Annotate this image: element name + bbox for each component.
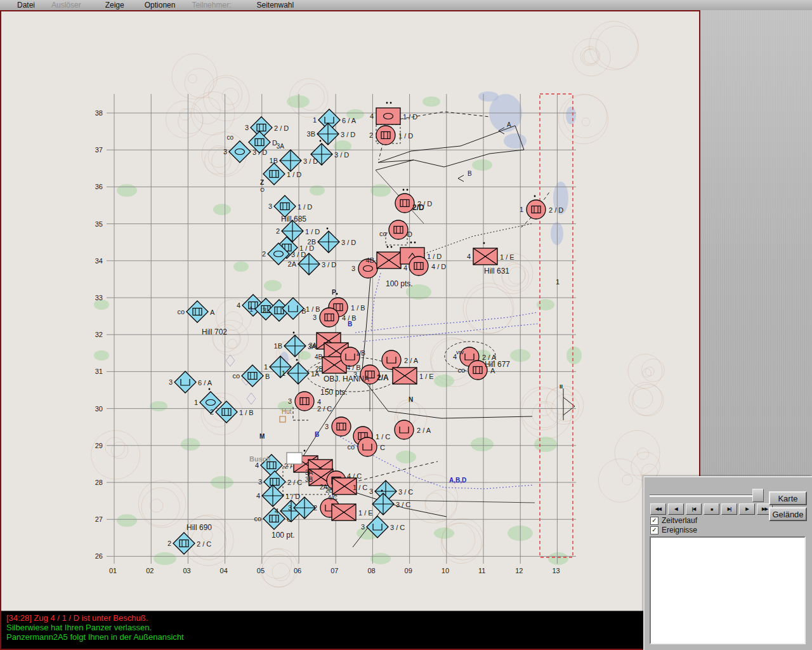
unit-label-right: 1 / B [351, 304, 365, 312]
map-text: 2/D [412, 203, 424, 212]
grid-row-37: 37 [95, 146, 103, 154]
grid-row-28: 28 [95, 479, 103, 486]
unit-label-right: C [380, 444, 385, 451]
grid-row-36: 36 [95, 183, 103, 190]
scrub-track[interactable] [650, 494, 763, 497]
unit-label-bottom: 2 / C [317, 405, 332, 413]
enemy-unit-54[interactable] [393, 368, 417, 384]
checkbox-label-ereignisse: Ereignisse [662, 526, 697, 534]
map-text: Hill 677 [485, 360, 510, 369]
map-text: 3B [305, 476, 313, 483]
console-line-2: Panzermann2A5 folgt Ihnen in der Außenan… [6, 632, 643, 642]
grid-col-05: 05 [257, 567, 265, 574]
unit-label-left: 3 [351, 265, 355, 272]
unit-label-top: co [226, 134, 233, 141]
map-text: vrv [456, 349, 464, 355]
map-text: B [315, 431, 319, 438]
grid-col-07: 07 [331, 567, 338, 574]
unit-label-left: 3 [313, 314, 317, 321]
menu-item-seitenwahl[interactable]: Seitenwahl [248, 1, 302, 10]
pb-button-1[interactable]: ◀ [668, 503, 684, 515]
enemy-unit-37[interactable] [376, 126, 395, 145]
enemy-unit-58[interactable] [332, 417, 351, 436]
grid-row-34: 34 [95, 257, 103, 265]
grid-col-02: 02 [146, 567, 154, 574]
unit-label-left: 1 [264, 363, 268, 371]
unit-label-right: 3 / D [303, 157, 318, 165]
unit-label-left: 3 [258, 478, 262, 486]
unit-label-right: 3 / C [396, 501, 410, 508]
gelaende-button[interactable]: Gelände [769, 507, 807, 521]
grid-row-30: 30 [95, 405, 103, 413]
unit-label-left: 1 [313, 116, 317, 124]
menu-item-zeige[interactable]: Zeige [97, 1, 133, 10]
pb-button-4[interactable]: ▶| [721, 503, 737, 515]
pb-button-2[interactable]: |◀ [686, 503, 702, 515]
pb-button-5[interactable]: ▶ [739, 503, 755, 515]
unit-label-left: 3 [263, 307, 266, 314]
map-text: 1 / C [353, 484, 367, 491]
map-text: 100 pt. [272, 531, 295, 540]
unit-label-right: 2 / C [287, 479, 302, 486]
map-text: A [507, 121, 511, 128]
grid-col-11: 11 [478, 567, 485, 574]
unit-label-right: 1 / E [358, 509, 373, 517]
enemy-unit-57[interactable] [295, 392, 314, 411]
unit-label-left: 3 [268, 202, 272, 210]
menu-item-datei[interactable]: Datei [9, 1, 43, 10]
map-text: 4 / B [346, 364, 361, 371]
unit-label-left: co [177, 308, 185, 315]
unit-label-right: 1 / D [285, 493, 300, 500]
unit-label-left: 1 [194, 399, 198, 406]
enemy-unit-39[interactable] [389, 220, 408, 239]
unit-label-left: 2A [288, 260, 297, 268]
enemy-unit-53[interactable] [382, 350, 401, 369]
unit-label-right: 1 / B [306, 305, 320, 313]
grid-col-09: 09 [405, 567, 412, 574]
enemy-unit-43[interactable] [409, 256, 428, 275]
unit-label-left: 2 [313, 504, 317, 512]
enemy-unit-47[interactable] [320, 308, 339, 327]
map-text: N [409, 396, 413, 403]
tactical-map[interactable]: 0102030405060708091011121338373635343332… [1, 11, 699, 611]
neutral-unit-69[interactable] [287, 453, 302, 464]
enemy-unit-60[interactable] [358, 437, 377, 456]
unit-label-right: 1 / B [239, 409, 254, 416]
map-text: M [259, 433, 265, 440]
map-text: 3A [305, 469, 313, 476]
pb-button-3[interactable]: ■ [704, 503, 719, 515]
event-list[interactable] [650, 536, 806, 644]
unit-label-left: 1B [274, 342, 282, 350]
pb-button-0[interactable]: ◀◀ [650, 503, 666, 515]
unit-label-right: 1 / E [419, 373, 434, 380]
enemy-unit-61[interactable] [395, 420, 414, 439]
menu-item-optionen[interactable]: Optionen [136, 1, 184, 10]
grid-col-12: 12 [515, 567, 523, 574]
unit-label-left: 3 [325, 423, 329, 430]
map-text: Busch [249, 455, 271, 463]
checkbox-ereignisse[interactable]: ✓ [650, 526, 658, 534]
karte-button[interactable]: Karte [769, 491, 807, 505]
grid-row-29: 29 [95, 442, 103, 449]
map-text: O [260, 187, 265, 193]
map-text: Hut [282, 408, 292, 415]
map-text: B [348, 321, 352, 328]
map-text: Z [260, 179, 264, 186]
unit-label-left: 4 [275, 507, 278, 515]
unit-label-right: 3 / D [341, 239, 356, 246]
unit-label-left: 1 [520, 206, 523, 213]
unit-label-left: 3 [369, 488, 373, 495]
unit-label-right: B [265, 373, 270, 380]
map-text: 4 / C [347, 472, 362, 480]
unit-label-right: 3 / D [291, 251, 306, 258]
checkbox-zeitverlauf[interactable]: ✓ [650, 517, 658, 525]
scrub-handle[interactable] [752, 489, 764, 502]
map-text: II [560, 383, 563, 390]
grid-row-31: 31 [95, 368, 103, 375]
map-text: OBJ. HANNA [324, 375, 369, 383]
unit-label-left: co [254, 515, 261, 522]
enemy-unit-68[interactable] [332, 504, 356, 521]
unit-label-left: co [232, 372, 240, 380]
unit-label-right: 2 / C [197, 540, 211, 548]
unit-label-left: 4 [467, 253, 471, 260]
